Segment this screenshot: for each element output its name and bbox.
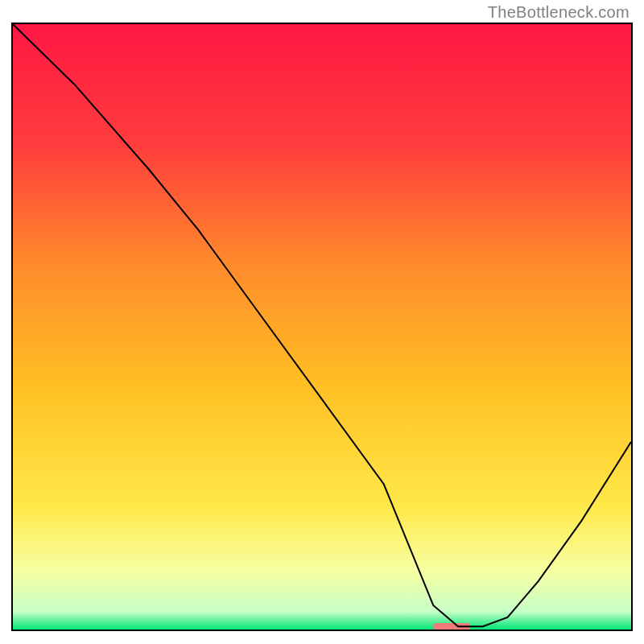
watermark-text: TheBottleneck.com — [488, 3, 630, 22]
chart-svg — [13, 24, 631, 630]
gradient-background — [13, 24, 631, 630]
chart-frame — [11, 23, 633, 631]
chart-canvas — [13, 24, 631, 630]
